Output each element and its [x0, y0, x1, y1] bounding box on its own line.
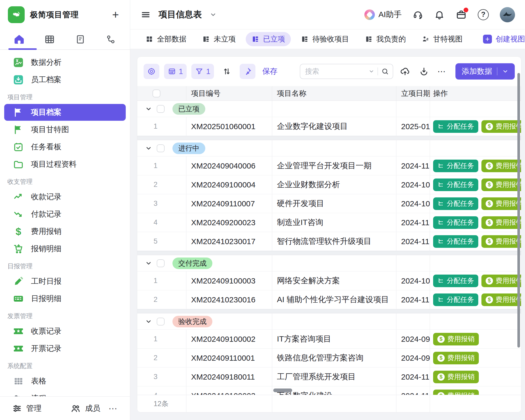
headset-icon[interactable] [413, 9, 423, 20]
column-header-code[interactable]: 项目编号 [186, 86, 272, 101]
group-checkbox[interactable] [157, 259, 165, 267]
view-tab-my-responsibility[interactable]: 我负责的 [359, 32, 412, 46]
view-tab-all-data[interactable]: 全部数据 [140, 32, 192, 46]
sidebar-tab-tables[interactable] [38, 29, 61, 49]
view-tab-approved[interactable]: 已立项 [246, 32, 291, 46]
table-card: 1 1 保存 [137, 56, 521, 412]
expense-reimburse-button[interactable]: $费用报销 [433, 352, 479, 364]
add-data-button[interactable]: 添加数据 [455, 63, 515, 80]
user-avatar[interactable] [500, 7, 515, 22]
sidebar-item-reimburse-detail[interactable]: 报销明细 [4, 240, 126, 257]
column-header-ops[interactable]: 操作 [430, 86, 521, 101]
view-tab-pending-acceptance[interactable]: 待验收项目 [295, 32, 355, 46]
table-row[interactable]: 1 XM202501060001 企业数字化建设项目 2025-01 分配任务 … [137, 117, 521, 136]
toolbar-more-button[interactable]: ⋯ [436, 66, 448, 76]
column-header-date[interactable]: 立项日期 [396, 86, 430, 101]
pin-button[interactable] [240, 64, 255, 79]
group-collapse-chevron-icon[interactable] [145, 145, 152, 152]
expense-reimburse-button[interactable]: $费用报销 [433, 390, 479, 395]
sidebar-item-project-gantt[interactable]: 项目甘特图 [4, 121, 126, 138]
sidebar-item-project-files[interactable]: 项目档案 [4, 104, 126, 121]
horizontal-scrollbar-thumb[interactable] [273, 388, 292, 392]
table-row[interactable]: 3 XM202409110007 硬件开发项目 2024-10 分配任务 $费用… [137, 194, 521, 213]
search-scope-chevron-icon[interactable] [369, 69, 374, 74]
expense-reimburse-button[interactable]: $费用报销 [481, 275, 521, 287]
expense-reimburse-button[interactable]: $费用报销 [433, 333, 479, 345]
assign-task-button[interactable]: 分配任务 [433, 178, 478, 191]
assign-task-button[interactable]: 分配任务 [433, 216, 478, 229]
sidebar-item-receipts[interactable]: 收款记录 [4, 188, 126, 205]
select-all-checkbox[interactable] [153, 90, 160, 97]
briefcase-icon[interactable] [456, 9, 467, 20]
assign-task-button[interactable]: 分配任务 [433, 120, 478, 133]
table-row[interactable]: 2 XM202409100004 企业业财数据分析 2024-10 分配任务 $… [137, 175, 521, 194]
view-tab-gantt[interactable]: 甘特视图 [416, 32, 468, 46]
sidebar-item-invoice-received[interactable]: 收票记录 [4, 323, 126, 340]
filter-button[interactable]: 1 [191, 64, 214, 79]
sidebar-item-invoice-issued[interactable]: 开票记录 [4, 340, 126, 357]
table-row[interactable]: 5 XM202410230017 智行物流管理软件升级项目 2024-11 分配… [137, 232, 521, 251]
sidebar-item-workflow[interactable]: 流程 [4, 390, 126, 396]
table-row[interactable]: 4 XM202410100003 万科数字化建设 2024-11 $费用报销 [137, 386, 521, 395]
search-input[interactable] [305, 67, 365, 76]
search-icon[interactable] [381, 67, 389, 75]
expense-reimburse-button[interactable]: $费用报销 [481, 235, 521, 248]
manage-button[interactable]: 管理 [12, 403, 41, 414]
assign-task-button[interactable]: 分配任务 [433, 235, 478, 248]
sidebar-item-employee-files[interactable]: 员工档案 [4, 71, 126, 88]
field-config-button[interactable]: 1 [164, 64, 187, 79]
assign-task-button[interactable]: 分配任务 [433, 293, 478, 306]
sidebar-tab-home[interactable] [7, 29, 31, 49]
column-header-name[interactable]: 项目名称 [272, 86, 396, 101]
assign-task-button[interactable]: 分配任务 [433, 275, 478, 287]
ai-assistant-button[interactable]: AI助手 [364, 9, 402, 20]
group-collapse-chevron-icon[interactable] [145, 260, 152, 267]
sidebar-more-button[interactable]: ⋯ [108, 403, 118, 414]
members-button[interactable]: 成员 [70, 403, 100, 414]
sidebar-item-report-detail[interactable]: 日报明细 [4, 290, 126, 307]
sidebar-item-work-hours[interactable]: 工时日报 [4, 273, 126, 290]
expense-reimburse-button[interactable]: $费用报销 [481, 120, 521, 133]
expense-reimburse-button[interactable]: $费用报销 [481, 293, 521, 306]
table-row[interactable]: 4 XM202409200023 制造业IT咨询 2024-11 分配任务 $费… [137, 213, 521, 232]
sidebar-item-task-board[interactable]: 任务看板 [4, 139, 126, 155]
export-download-icon[interactable] [417, 66, 431, 76]
sidebar-item-payments[interactable]: 付款记录 [4, 206, 126, 223]
add-app-button[interactable]: + [112, 9, 119, 20]
sidebar-tab-documents[interactable] [69, 29, 92, 49]
notification-bell-icon[interactable] [434, 9, 445, 20]
expense-reimburse-button[interactable]: $费用报销 [433, 371, 479, 383]
table-row[interactable]: 2 XM202410230016 AI 辅助个性化学习平台建设项目 2024-1… [137, 290, 521, 309]
sort-button[interactable] [219, 64, 235, 79]
assign-task-button[interactable]: 分配任务 [433, 160, 478, 172]
table-row[interactable]: 3 XM202409180011 工厂管理系统开发项目 2024-11 $费用报… [137, 368, 521, 386]
table-row[interactable]: 2 XM202409110001 铁路信息化管理方案咨询 2024-09 $费用… [137, 349, 521, 368]
sidebar-item-project-process-docs[interactable]: 项目过程资料 [4, 156, 126, 173]
group-collapse-chevron-icon[interactable] [145, 106, 152, 112]
expense-reimburse-button[interactable]: $费用报销 [481, 197, 521, 210]
group-checkbox[interactable] [157, 144, 165, 152]
expense-reimburse-button[interactable]: $费用报销 [481, 216, 521, 229]
title-chevron-down-icon[interactable] [210, 11, 217, 18]
group-checkbox[interactable] [157, 105, 165, 113]
table-row[interactable]: 1 XM202409100003 网络安全解决方案 2024-10 分配任务 $… [137, 271, 521, 290]
help-icon[interactable]: ? [478, 9, 489, 20]
expense-reimburse-button[interactable]: $费用报销 [481, 160, 521, 172]
table-row[interactable]: 1 XM202409040006 企业管理平台开发项目一期 2024-11 分配… [137, 156, 521, 175]
save-button[interactable]: 保存 [262, 66, 277, 77]
expense-reimburse-button[interactable]: $费用报销 [481, 178, 521, 191]
sidebar-item-expense-reimburse[interactable]: $ 费用报销 [4, 223, 126, 240]
group-checkbox[interactable] [157, 318, 165, 326]
assign-task-button[interactable]: 分配任务 [433, 197, 478, 210]
sidebar-tab-workflow[interactable] [99, 29, 123, 49]
import-upload-icon[interactable] [398, 66, 412, 76]
group-collapse-chevron-icon[interactable] [145, 318, 152, 325]
vertical-scrollbar-thumb[interactable] [517, 73, 520, 348]
table-row[interactable]: 1 XM202409100002 IT方案咨询项目 2024-09 $费用报销 [137, 330, 521, 349]
hamburger-menu-icon[interactable] [141, 10, 151, 20]
sidebar-item-data-analysis[interactable]: ¥ 数据分析 [4, 54, 126, 71]
settings-gear-button[interactable] [144, 64, 159, 79]
create-view-button[interactable]: + 创建视图 [483, 34, 525, 44]
sidebar-item-tables[interactable]: 表格 [4, 373, 126, 390]
view-tab-not-started[interactable]: 未立项 [196, 32, 242, 46]
